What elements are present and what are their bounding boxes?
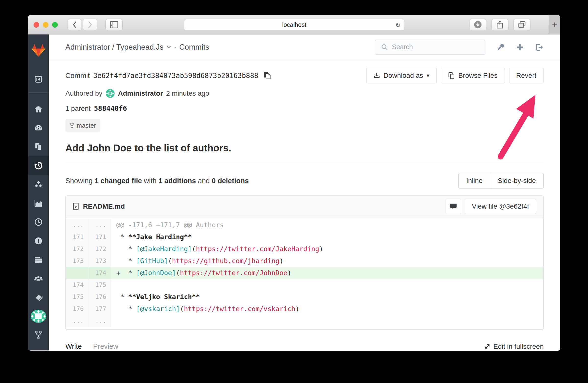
sidebar-item-home[interactable] [28, 99, 49, 118]
branch-tag[interactable]: master [65, 119, 100, 132]
old-line-number[interactable]: 174 [66, 279, 88, 291]
sidebar-item-collapse[interactable] [28, 66, 49, 93]
parent-label: 1 parent [65, 105, 91, 113]
sidebar-item-files[interactable] [28, 137, 49, 156]
edit-fullscreen-label: Edit in fullscreen [494, 343, 544, 350]
new-project-plus-icon[interactable] [516, 43, 524, 51]
parent-hash[interactable]: 588440f6 [94, 104, 127, 113]
author-avatar [105, 89, 115, 98]
sidebar-item-activity[interactable] [28, 118, 49, 137]
browse-files-icon [448, 72, 455, 79]
diff-code: * **Jake Harding** [111, 231, 192, 243]
new-line-number[interactable]: ... [88, 315, 111, 327]
reload-icon[interactable]: ↻ [395, 21, 401, 29]
downloads-button[interactable] [469, 19, 486, 30]
diff-code [111, 279, 116, 291]
toggle-side-by-side[interactable]: Side-by-side [490, 173, 543, 188]
sidebar-item-network[interactable] [28, 175, 49, 194]
sidebar-item-merge-requests[interactable] [28, 250, 49, 269]
new-line-number[interactable]: 172 [88, 243, 111, 255]
sidebar-item-fork[interactable] [28, 326, 49, 344]
new-line-number[interactable]: 171 [88, 231, 111, 243]
summary-text: Showing 1 changed file with 1 additions … [65, 177, 249, 185]
sidebar-item-members[interactable] [28, 269, 49, 288]
chevron-down-icon[interactable] [167, 46, 171, 49]
author-name[interactable]: Administrator [118, 90, 163, 97]
downloads-icon [474, 20, 482, 29]
cubes-icon [34, 180, 43, 189]
browse-files-button[interactable]: Browse Files [441, 68, 505, 83]
new-line-number[interactable]: ... [88, 219, 111, 231]
forward-button[interactable] [83, 19, 97, 30]
edit-fullscreen-link[interactable]: Edit in fullscreen [484, 343, 544, 350]
old-line-number[interactable]: ... [66, 219, 88, 231]
tags-icon [34, 293, 43, 302]
sign-out-icon[interactable] [535, 43, 544, 52]
copy-to-clipboard-icon[interactable] [263, 71, 271, 80]
divider [65, 163, 544, 163]
address-bar[interactable]: localhost ↻ [184, 19, 404, 31]
new-line-number[interactable]: 176 [88, 291, 111, 303]
tab-write[interactable]: Write [65, 342, 82, 350]
sidebar-item-labels[interactable] [28, 288, 49, 307]
share-button[interactable] [491, 19, 508, 30]
search-box[interactable] [375, 40, 485, 55]
tab-preview[interactable]: Preview [93, 342, 118, 350]
commit-title: Add John Doe to the list of authors. [65, 143, 544, 153]
view-file-button[interactable]: View file @3e62f4f [465, 199, 536, 214]
old-line-number[interactable]: 176 [66, 303, 88, 315]
breadcrumb-repo[interactable]: Administrator / Typeahead.Js [65, 43, 164, 52]
toggle-inline[interactable]: Inline [459, 173, 490, 188]
new-tab-button[interactable]: + [548, 15, 560, 34]
diff-code: * **Veljko Skarich** [111, 291, 200, 303]
sidebar-item-graphs[interactable] [28, 194, 49, 212]
sidebar-toggle-button[interactable] [105, 19, 123, 30]
back-button[interactable] [67, 19, 82, 30]
comment-bubble-icon [450, 203, 457, 210]
revert-button[interactable]: Revert [509, 68, 544, 83]
new-line-number[interactable]: 175 [88, 279, 111, 291]
zoom-window-button[interactable] [52, 22, 58, 28]
file-name[interactable]: README.md [83, 203, 125, 210]
diff-line: 174+ * [@JohnDoe](https://twitter.com/Jo… [66, 267, 543, 279]
new-line-number[interactable]: 174 [88, 267, 111, 279]
diff-line: 174175 [66, 279, 543, 291]
view-file-label: View file @3e62f4f [472, 203, 529, 210]
search-icon [381, 44, 388, 51]
diff-code: * [@JakeHarding](https://twitter.com/Jak… [111, 243, 323, 255]
old-line-number[interactable]: 173 [66, 255, 88, 267]
clock-icon [34, 218, 43, 227]
sidebar-item-commits[interactable] [28, 156, 49, 175]
old-line-number[interactable] [66, 267, 88, 279]
old-line-number[interactable]: ... [66, 315, 88, 327]
diff-code: + * [@JohnDoe](https://twitter.com/JohnD… [111, 267, 543, 279]
fork-branch-icon [35, 331, 42, 340]
diff-line: 171171 * **Jake Harding** [66, 231, 543, 243]
sidebar-item-builds[interactable] [28, 212, 49, 231]
commit-label: Commit [65, 72, 90, 80]
diff-code [111, 315, 116, 327]
gitlab-logo[interactable] [28, 35, 49, 66]
branch-name: master [77, 122, 96, 129]
search-input[interactable] [392, 43, 479, 51]
new-line-number[interactable]: 173 [88, 255, 111, 267]
comment-button[interactable] [445, 199, 461, 214]
old-line-number[interactable]: 171 [66, 231, 88, 243]
gitlab-sidebar [28, 35, 49, 350]
tab-overview-button[interactable] [513, 19, 530, 30]
old-line-number[interactable]: 175 [66, 291, 88, 303]
browser-window: localhost ↻ + [28, 15, 560, 351]
download-as-button[interactable]: Download as ▾ [366, 68, 437, 83]
close-window-button[interactable] [34, 22, 39, 28]
admin-wrench-icon[interactable] [496, 43, 505, 52]
sidebar-profile-avatar[interactable] [28, 307, 49, 326]
window-controls [34, 22, 58, 28]
minimize-window-button[interactable] [43, 22, 48, 28]
browser-titlebar: localhost ↻ + [28, 15, 560, 35]
diff-line: 172172 * [@JakeHarding](https://twitter.… [66, 243, 543, 255]
old-line-number[interactable]: 172 [66, 243, 88, 255]
browse-files-label: Browse Files [458, 72, 497, 79]
sidebar-item-issues[interactable] [28, 231, 49, 250]
share-icon [496, 20, 504, 29]
new-line-number[interactable]: 177 [88, 303, 111, 315]
